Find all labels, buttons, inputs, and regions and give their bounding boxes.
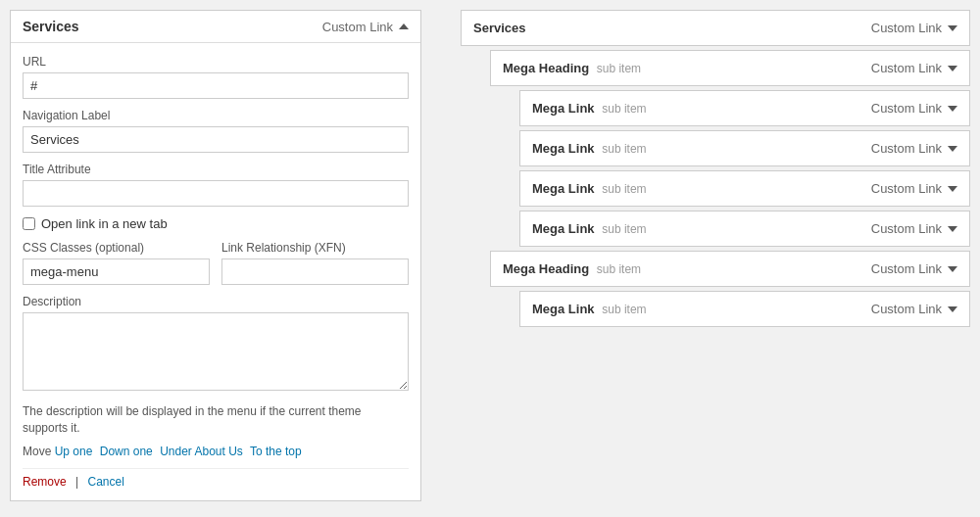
mega-link-1-2-title-area: Mega Link sub item (532, 141, 647, 156)
css-classes-input[interactable] (23, 258, 210, 285)
mega-link-2-1-expand-icon[interactable] (948, 306, 957, 312)
move-to-top-link[interactable]: To the top (250, 445, 302, 458)
url-label: URL (23, 55, 409, 69)
mega-link-1-1-expand-icon[interactable] (948, 106, 957, 112)
services-link-type: Custom Link (871, 21, 942, 35)
header-link-type: Custom Link (322, 20, 393, 34)
link-rel-label: Link Relationship (XFN) (221, 241, 409, 255)
title-attr-input[interactable] (23, 180, 409, 207)
mega-link-1-3-title-area: Mega Link sub item (532, 181, 647, 196)
nav-label-input[interactable] (23, 126, 409, 153)
mega-heading-1-item: Mega Heading sub item Custom Link (490, 50, 970, 86)
mega-link-1-4-sub: sub item (602, 222, 646, 236)
move-up-one-link[interactable]: Up one (55, 445, 93, 458)
mega-link-1-2: Mega Link sub item Custom Link (519, 130, 970, 166)
main-container: Services Custom Link URL Navigation Labe… (10, 10, 970, 501)
panel-body: URL Navigation Label Title Attribute Ope… (11, 43, 420, 500)
mega-heading-2-header: Mega Heading sub item Custom Link (491, 252, 969, 286)
mega-link-1-1-header: Mega Link sub item Custom Link (520, 91, 969, 125)
mega-heading-1-expand-icon[interactable] (948, 66, 957, 71)
mega-link-1-2-right: Custom Link (871, 141, 957, 156)
mega-heading-2-link-type: Custom Link (871, 261, 942, 276)
mega-link-2-1-link-type: Custom Link (871, 302, 942, 316)
link-rel-input[interactable] (221, 258, 409, 285)
mega-heading-1-title: Mega Heading (503, 61, 589, 75)
link-rel-group: Link Relationship (XFN) (221, 241, 409, 285)
mega-heading-2-item: Mega Heading sub item Custom Link (490, 251, 970, 287)
left-panel: Services Custom Link URL Navigation Labe… (10, 10, 421, 501)
mega-link-1-1-sub: sub item (602, 102, 646, 116)
mega-heading-2-expand-icon[interactable] (948, 266, 957, 272)
mega-link-1-1-right: Custom Link (871, 101, 957, 116)
mega-heading-1-title-area: Mega Heading sub item (503, 61, 641, 75)
mega-heading-2-right: Custom Link (871, 261, 957, 276)
description-note: The description will be displayed in the… (23, 403, 409, 437)
cancel-link[interactable]: Cancel (88, 475, 124, 489)
css-classes-group: CSS Classes (optional) (23, 241, 210, 285)
title-attr-group: Title Attribute (23, 163, 409, 207)
mega-link-2-1-right: Custom Link (871, 302, 957, 316)
services-menu-item-title: Services (473, 21, 526, 35)
remove-link[interactable]: Remove (23, 475, 67, 489)
mega-link-1-2-sub: sub item (602, 142, 646, 156)
services-expand-icon[interactable] (948, 25, 957, 31)
services-edit-box: Services Custom Link URL Navigation Labe… (10, 10, 421, 501)
mega-link-1-2-header: Mega Link sub item Custom Link (520, 131, 969, 165)
description-textarea[interactable] (23, 312, 409, 391)
mega-link-2-1: Mega Link sub item Custom Link (519, 291, 970, 327)
nav-label-group: Navigation Label (23, 109, 409, 153)
mega-heading-1-link-type: Custom Link (871, 61, 942, 75)
mega-link-1-4-header: Mega Link sub item Custom Link (520, 212, 969, 246)
mega-link-1-2-link-type: Custom Link (871, 141, 942, 156)
mega-link-1-4: Mega Link sub item Custom Link (519, 211, 970, 247)
mega-heading-2-title: Mega Heading (503, 261, 589, 276)
mega-links-1-group: Mega Link sub item Custom Link Mega Link (490, 90, 970, 247)
mega-link-2-1-title: Mega Link (532, 302, 595, 316)
mega-link-1-3-right: Custom Link (871, 181, 957, 196)
mega-link-2-1-sub: sub item (602, 303, 646, 316)
services-menu-item-title-area: Services (473, 21, 526, 35)
panel-header-right: Custom Link (322, 20, 409, 34)
mega-link-1-2-title: Mega Link (532, 141, 595, 156)
mega-link-1-4-right: Custom Link (871, 221, 957, 236)
mega-link-1-1: Mega Link sub item Custom Link (519, 90, 970, 126)
mega-link-1-3-header: Mega Link sub item Custom Link (520, 171, 969, 206)
panel-header: Services Custom Link (11, 11, 420, 43)
mega-heading-1-right: Custom Link (871, 61, 957, 75)
mega-link-1-1-title-area: Mega Link sub item (532, 101, 647, 116)
url-input[interactable] (23, 72, 409, 99)
title-attr-label: Title Attribute (23, 163, 409, 176)
mega-link-1-4-title: Mega Link (532, 221, 595, 236)
mega-link-2-1-title-area: Mega Link sub item (532, 302, 647, 316)
mega-links-2-group: Mega Link sub item Custom Link (490, 291, 970, 327)
services-menu-item-right: Custom Link (871, 21, 957, 35)
css-classes-label: CSS Classes (optional) (23, 241, 210, 255)
mega-link-1-4-expand-icon[interactable] (948, 226, 957, 232)
move-down-one-link[interactable]: Down one (100, 445, 153, 458)
mega-link-1-3-link-type: Custom Link (871, 181, 942, 196)
mega-link-1-3-sub: sub item (602, 182, 646, 196)
mega-link-1-3-expand-icon[interactable] (948, 186, 957, 192)
action-row: Remove | Cancel (23, 468, 409, 489)
mega-link-1-4-title-area: Mega Link sub item (532, 221, 647, 236)
description-group: Description (23, 295, 409, 394)
open-new-tab-label: Open link in a new tab (41, 216, 168, 231)
move-row: Move Up one Down one Under About Us To t… (23, 445, 409, 458)
url-group: URL (23, 55, 409, 99)
collapse-arrow-icon[interactable] (399, 24, 409, 29)
mega-heading-2-sub: sub item (597, 262, 641, 276)
services-menu-item: Services Custom Link (461, 10, 970, 46)
mega-link-1-4-link-type: Custom Link (871, 221, 942, 236)
open-new-tab-checkbox[interactable] (23, 217, 35, 230)
right-panel: Services Custom Link Mega Heading sub it… (461, 10, 970, 501)
mega-heading-1-header: Mega Heading sub item Custom Link (491, 51, 969, 85)
mega-link-1-3: Mega Link sub item Custom Link (519, 170, 970, 207)
mega-heading-2-title-area: Mega Heading sub item (503, 261, 641, 276)
nav-label-label: Navigation Label (23, 109, 409, 122)
move-under-about-link[interactable]: Under About Us (160, 445, 243, 458)
mega-link-1-2-expand-icon[interactable] (948, 146, 957, 152)
mega-link-1-3-title: Mega Link (532, 181, 595, 196)
mega-link-1-1-link-type: Custom Link (871, 101, 942, 116)
description-label: Description (23, 295, 409, 308)
separator: | (75, 475, 78, 489)
